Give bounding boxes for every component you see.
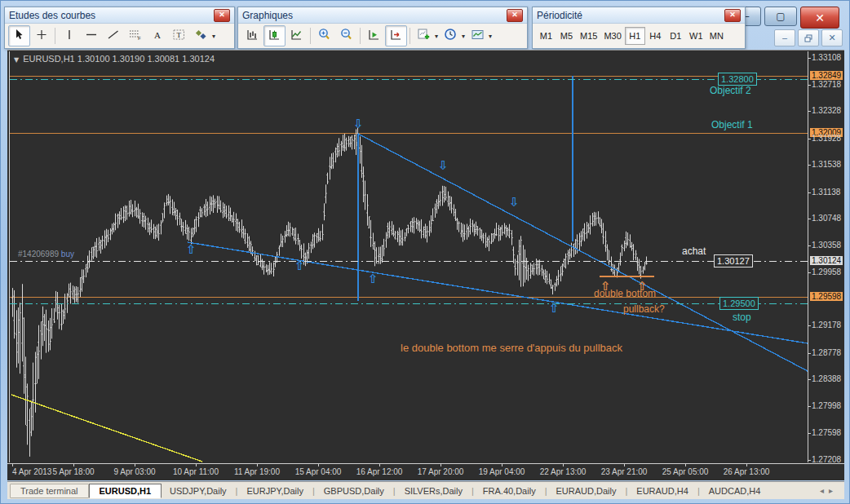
tab-separator: | xyxy=(625,486,627,496)
period-MN-button[interactable]: MN xyxy=(706,27,727,45)
axis-tick-mark xyxy=(746,464,747,466)
arrow-up-marker[interactable]: ⇧ xyxy=(637,281,648,293)
chart-annotation[interactable]: le double bottom me serre d'appuis du pu… xyxy=(401,343,622,354)
hline-tool-button[interactable] xyxy=(80,25,102,46)
arrow-down-marker[interactable]: ⇩ xyxy=(353,118,364,130)
zoomin-tool-button[interactable] xyxy=(313,25,335,46)
linechart-tool-button[interactable] xyxy=(286,25,308,46)
shapes-tool-button[interactable] xyxy=(190,25,212,46)
chevron-down-icon[interactable]: ▼ xyxy=(14,56,19,64)
restore-child-window-button[interactable] xyxy=(798,29,819,46)
period-D1-button[interactable]: D1 xyxy=(666,27,686,45)
vline-tool-button[interactable] xyxy=(58,25,80,46)
chart-annotation[interactable]: stop xyxy=(733,312,751,323)
newchart-icon xyxy=(417,28,432,44)
toolbar-graphiques-titlebar[interactable]: Graphiques✕ xyxy=(238,7,527,24)
tab-scroll-arrows[interactable]: ◂▸ xyxy=(820,486,838,495)
tab-gbpusd-daily[interactable]: GBPUSD,Daily xyxy=(316,484,392,497)
zoomout-icon xyxy=(339,28,353,44)
order-line-label[interactable]: #14206989 buy xyxy=(18,250,74,259)
minimize-child-window-button[interactable]: ‒ xyxy=(774,29,795,46)
chart-annotation[interactable]: pullback? xyxy=(623,304,665,315)
tab-eurjpy-daily[interactable]: EURJPY,Daily xyxy=(238,484,312,497)
period-M30-button[interactable]: M30 xyxy=(600,27,624,45)
arrow-down-marker[interactable]: ⇩ xyxy=(438,160,449,172)
period-M5-button[interactable]: M5 xyxy=(556,27,577,45)
toolbar-separator xyxy=(55,28,55,44)
clock-tool-button[interactable] xyxy=(440,25,462,46)
close-child-window-button[interactable]: ✕ xyxy=(821,29,843,46)
toolbar-etudes: Etudes des courbes✕FAT▾ xyxy=(4,7,235,49)
template-tool-button[interactable] xyxy=(467,25,489,46)
toolbar-graphiques-close-button[interactable]: ✕ xyxy=(507,9,523,22)
tab-separator: | xyxy=(471,486,474,496)
close-window-button[interactable]: ✕ xyxy=(800,7,839,29)
time-axis-label: 25 Apr 05:00 xyxy=(657,467,713,476)
chart-annotation[interactable]: achat xyxy=(682,246,706,257)
bars-tool-button[interactable] xyxy=(241,25,263,46)
tab-separator: | xyxy=(312,486,315,496)
arrow-up-marker[interactable]: ⇧ xyxy=(294,260,305,272)
tab-trade-terminal[interactable]: Trade terminal xyxy=(10,484,89,498)
text-tool-button[interactable]: A xyxy=(146,25,168,46)
cursor-tool-button[interactable] xyxy=(8,25,30,46)
tab-eurusd-h1[interactable]: EURUSD,H1 xyxy=(89,484,162,498)
dropdown-arrow-icon[interactable]: ▾ xyxy=(212,33,215,40)
fibo-tool-button[interactable]: F xyxy=(124,25,146,46)
arrow-up-marker[interactable]: ⇧ xyxy=(549,303,560,315)
label-tool-button[interactable]: T xyxy=(168,25,190,46)
chart-annotation[interactable]: Objectif 2 xyxy=(710,86,751,96)
toolbar-periodicite: Périodicité✕M1M5M15M30H1H4D1W1MN xyxy=(532,7,746,49)
dropdown-arrow-icon[interactable]: ▾ xyxy=(489,33,492,40)
autoscroll-tool-button[interactable] xyxy=(363,25,385,46)
toolbar-periodicite-titlebar[interactable]: Périodicité✕ xyxy=(533,7,745,24)
shift-tool-button[interactable] xyxy=(385,25,407,46)
arrow-up-marker[interactable]: ⇧ xyxy=(186,244,197,256)
tab-silvers-daily[interactable]: SILVERs,Daily xyxy=(396,484,471,497)
price-tag[interactable]: 1.29500 xyxy=(719,297,759,310)
candles-tool-button[interactable] xyxy=(263,25,286,46)
price-axis[interactable]: 1.331081.328491.327181.323281.320091.319… xyxy=(808,51,845,462)
period-M15-button[interactable]: M15 xyxy=(577,27,600,45)
chart-tab-bar: Trade terminalEURUSD,H1USDJPY,Daily|EURJ… xyxy=(7,481,844,499)
dropdown-arrow-icon[interactable]: ▾ xyxy=(435,33,438,40)
crosshair-tool-button[interactable] xyxy=(30,25,52,46)
period-H1-button[interactable]: H1 xyxy=(625,27,645,45)
tab-usdjpy-daily[interactable]: USDJPY,Daily xyxy=(162,484,235,497)
chart-plot-area[interactable]: ▼EURUSD,H1 1.30100 1.30190 1.30081 1.301… xyxy=(9,51,808,462)
toolbar-etudes-close-button[interactable]: ✕ xyxy=(214,9,230,22)
toolbar-buttons: ▾▾▾ xyxy=(238,24,527,48)
axis-tick-mark xyxy=(318,464,319,466)
tab-fra-40-daily[interactable]: FRA.40,Daily xyxy=(475,484,544,497)
toolbar-etudes-titlebar[interactable]: Etudes des courbes✕ xyxy=(5,7,234,24)
period-H4-button[interactable]: H4 xyxy=(645,27,666,45)
tab-euraud-daily[interactable]: EURAUD,Daily xyxy=(547,484,624,497)
dropdown-arrow-icon[interactable]: ▾ xyxy=(462,33,465,40)
newchart-tool-button[interactable] xyxy=(413,25,435,46)
chart-annotation[interactable]: Objectif 1 xyxy=(711,120,753,130)
axis-tick-mark xyxy=(808,406,811,407)
maximize-window-button[interactable]: ▢ xyxy=(764,7,797,26)
time-axis[interactable]: 4 Apr 20135 Apr 18:009 Apr 03:0010 Apr 1… xyxy=(7,463,844,481)
arrow-up-marker[interactable]: ⇧ xyxy=(600,281,611,293)
toolbar-periodicite-close-button[interactable]: ✕ xyxy=(724,9,741,22)
price-tag[interactable]: 1.32800 xyxy=(718,73,757,86)
tab-euraud-h4[interactable]: EURAUD,H4 xyxy=(628,484,697,497)
time-axis-label: 22 Apr 13:00 xyxy=(535,467,591,476)
vline-icon xyxy=(63,29,76,44)
tab-audcad-h4[interactable]: AUDCAD,H4 xyxy=(701,484,769,497)
arrow-up-marker[interactable]: ⇧ xyxy=(368,273,379,285)
axis-tick-mark xyxy=(12,464,13,466)
period-W1-button[interactable]: W1 xyxy=(686,27,706,45)
arrow-down-marker[interactable]: ⇩ xyxy=(509,197,520,209)
price-tag[interactable]: 1.30127 xyxy=(714,254,753,267)
trendline-tool-button[interactable] xyxy=(102,25,124,46)
bars-icon xyxy=(246,29,259,44)
period-M1-button[interactable]: M1 xyxy=(536,27,556,45)
price-axis-label: 1.30748 xyxy=(812,214,841,223)
tab-separator: | xyxy=(393,486,396,496)
axis-tick-mark xyxy=(196,464,197,466)
axis-tick-mark xyxy=(257,464,258,466)
price-axis-label: 1.29958 xyxy=(812,267,841,276)
zoomout-tool-button[interactable] xyxy=(335,25,357,46)
